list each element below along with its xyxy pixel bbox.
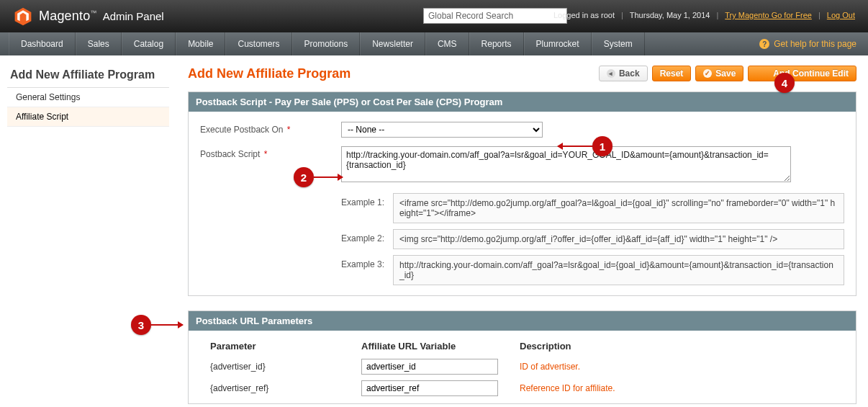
- page-title: Add New Affiliate Program: [188, 66, 351, 81]
- sidebar-title: Add New Affiliate Program: [7, 68, 169, 81]
- panel-postback-params: Postback URL Parameters Parameter Affili…: [188, 310, 856, 404]
- sidebar: Add New Affiliate Program General Settin…: [0, 55, 176, 404]
- param-row: {advertiser_ref} Reference ID for affili…: [210, 380, 834, 396]
- save-button[interactable]: ✓ Save: [695, 66, 743, 81]
- nav-plumrocket[interactable]: Plumrocket: [524, 32, 592, 55]
- content-area: Add New Affiliate Program ◂ Back Reset ✓…: [176, 55, 868, 404]
- nav-mobile[interactable]: Mobile: [176, 32, 225, 55]
- panel-postback-script-header: Postback Script - Pay Per Sale (PPS) or …: [189, 92, 856, 112]
- content-header: Add New Affiliate Program ◂ Back Reset ✓…: [188, 66, 856, 81]
- example1-label: Example 1:: [341, 193, 393, 207]
- callout-3-arrow: [151, 324, 183, 326]
- param-desc: ID of advertiser.: [520, 362, 834, 372]
- panel-postback-script: Postback Script - Pay Per Sale (PPS) or …: [188, 91, 856, 296]
- nav-newsletter[interactable]: Newsletter: [360, 32, 425, 55]
- param-row: {advertiser_id} ID of advertiser.: [210, 359, 834, 375]
- reset-button[interactable]: Reset: [652, 66, 692, 81]
- nav-sales[interactable]: Sales: [76, 32, 122, 55]
- param-col-parameter: Parameter: [210, 341, 361, 352]
- global-search-input[interactable]: [423, 8, 567, 24]
- param-col-description: Description: [520, 341, 834, 352]
- admin-header: Magento™ Admin Panel Logged in as root |…: [0, 0, 868, 32]
- param-name: {advertiser_ref}: [210, 383, 361, 393]
- header-date: Thursday, May 1, 2014: [630, 11, 710, 19]
- logo: Magento™ Admin Panel: [13, 6, 164, 27]
- param-var-input[interactable]: [361, 359, 498, 375]
- check-icon: ✓: [703, 69, 712, 78]
- example3-label: Example 3:: [341, 255, 393, 269]
- save-continue-button[interactable]: And Continue Edit: [748, 66, 856, 81]
- back-button[interactable]: ◂ Back: [599, 66, 648, 81]
- action-bar: ◂ Back Reset ✓ Save And Continue Edit: [599, 66, 856, 81]
- callout-4: 4: [774, 73, 795, 93]
- header-status: Logged in as root | Thursday, May 1, 201…: [553, 11, 855, 19]
- panel-postback-params-header: Postback URL Parameters: [189, 311, 856, 331]
- help-icon: ?: [759, 39, 769, 49]
- callout-2: 2: [294, 167, 314, 187]
- param-table-header: Parameter Affiliate URL Variable Descrip…: [210, 341, 834, 352]
- sidebar-item-affiliate-script[interactable]: Affiliate Script: [7, 107, 169, 127]
- param-desc: Reference ID for affiliate.: [520, 383, 834, 393]
- callout-3: 3: [131, 315, 151, 335]
- callout-1: 1: [592, 136, 612, 156]
- execute-postback-select[interactable]: -- None --: [341, 122, 543, 138]
- callout-2-arrow: [314, 176, 343, 178]
- nav-dashboard[interactable]: Dashboard: [9, 32, 76, 55]
- logged-in-text: Logged in as root: [553, 11, 615, 19]
- example3-box: http://tracking.your-domain.com/aff_goal…: [393, 255, 844, 285]
- magento-logo-icon: [13, 6, 33, 27]
- nav-reports[interactable]: Reports: [469, 32, 524, 55]
- param-var-input[interactable]: [361, 380, 498, 396]
- nav-promotions[interactable]: Promotions: [292, 32, 361, 55]
- execute-postback-label: Execute Postback On *: [200, 122, 341, 135]
- nav-catalog[interactable]: Catalog: [122, 32, 176, 55]
- nav-system[interactable]: System: [592, 32, 645, 55]
- postback-script-label: Postback Script *: [200, 146, 341, 159]
- help-link[interactable]: ? Get help for this page: [759, 32, 856, 55]
- main-nav: Dashboard Sales Catalog Mobile Customers…: [0, 32, 868, 55]
- try-magento-link[interactable]: Try Magento Go for Free: [725, 11, 812, 19]
- logout-link[interactable]: Log Out: [827, 11, 855, 19]
- back-icon: ◂: [607, 69, 615, 78]
- callout-1-arrow: [558, 146, 592, 147]
- sidebar-menu: General Settings Affiliate Script: [7, 87, 169, 127]
- example2-box: <img src="http://demo.go2jump.org/aff_i?…: [393, 229, 844, 249]
- brand-name: Magento™: [39, 9, 97, 24]
- nav-customers[interactable]: Customers: [225, 32, 291, 55]
- param-col-variable: Affiliate URL Variable: [361, 341, 520, 352]
- param-name: {advertiser_id}: [210, 362, 361, 372]
- example2-label: Example 2:: [341, 229, 393, 243]
- postback-script-textarea[interactable]: http://tracking.your-domain.com/aff_goal…: [341, 146, 791, 182]
- global-search: [423, 8, 567, 24]
- sidebar-item-general-settings[interactable]: General Settings: [7, 88, 169, 107]
- brand-sub: Admin Panel: [103, 10, 164, 22]
- example1-box: <iframe src="http://demo.go2jump.org/aff…: [393, 193, 844, 223]
- nav-cms[interactable]: CMS: [425, 32, 469, 55]
